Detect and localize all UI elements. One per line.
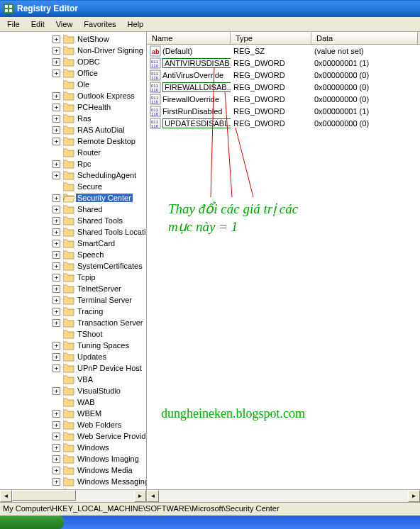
expand-icon[interactable]: + (52, 421, 60, 429)
tree-node[interactable]: +SmartCard (3, 238, 146, 249)
status-path: My Computer\HKEY_LOCAL_MACHINE\SOFTWARE\… (3, 504, 280, 513)
value-row[interactable]: AntiVirusOverrideREG_DWORD0x00000000 (0) (147, 69, 420, 81)
expand-icon[interactable]: + (52, 285, 60, 293)
tree-node[interactable]: +Web Folders (3, 419, 146, 430)
tree-node[interactable]: +Office (3, 67, 146, 79)
menu-help[interactable]: Help (122, 18, 150, 30)
expand-icon[interactable]: + (52, 433, 60, 440)
expand-icon[interactable]: + (52, 217, 60, 225)
expand-icon[interactable]: + (52, 251, 60, 259)
value-list[interactable]: (Default)REG_SZ(value not set)ANTIVIRUSD… (147, 45, 420, 489)
tree-node[interactable]: VBA (3, 374, 146, 385)
expand-icon[interactable]: + (52, 206, 60, 213)
menu-favorites[interactable]: Favorites (78, 18, 121, 30)
expand-icon[interactable]: + (52, 194, 60, 202)
tree-node[interactable]: +Rpc (3, 158, 146, 169)
col-name[interactable]: Name (147, 32, 231, 44)
tree-node[interactable]: +WBEM (3, 408, 146, 419)
expand-icon[interactable]: + (52, 274, 60, 282)
tree-node[interactable]: +UPnP Device Host (3, 362, 146, 374)
menu-file[interactable]: File (1, 18, 26, 30)
tree-node[interactable]: +TelnetServer (3, 283, 146, 294)
tree-node[interactable]: +ODBC (3, 56, 146, 67)
expand-icon[interactable]: + (52, 364, 60, 372)
tree-node[interactable]: +Outlook Express (3, 90, 146, 101)
expand-icon[interactable]: + (52, 104, 60, 111)
tree-node[interactable]: +Web Service Providers (3, 430, 146, 442)
scroll-thumb[interactable] (12, 490, 76, 501)
tree-node[interactable]: +Windows (3, 442, 146, 453)
tree-node[interactable]: +Shared Tools Location (3, 226, 146, 238)
tree-node[interactable]: Router (3, 147, 146, 158)
tree-node[interactable]: +Non-Driver Signing (3, 45, 146, 56)
tree-node[interactable]: Ole (3, 79, 146, 90)
value-row[interactable]: (Default)REG_SZ(value not set) (147, 45, 420, 57)
expand-icon[interactable]: + (52, 455, 60, 463)
tree-node[interactable]: +SystemCertificates (3, 260, 146, 272)
expand-icon[interactable]: + (52, 387, 60, 395)
tree-node[interactable]: +Windows Media (3, 464, 146, 476)
tree-node[interactable]: +VisualStudio (3, 385, 146, 396)
menu-edit[interactable]: Edit (26, 18, 50, 30)
expand-icon[interactable]: + (52, 228, 60, 236)
expand-icon[interactable]: + (52, 410, 60, 418)
scroll-left-button[interactable]: ◄ (147, 490, 159, 502)
registry-tree[interactable]: +NetShow+Non-Driver Signing+ODBC+OfficeO… (0, 32, 146, 489)
value-row[interactable]: ANTIVIRUSDISAB...REG_DWORD0x00000001 (1) (147, 57, 420, 69)
value-row[interactable]: FirstRunDisabledREG_DWORD0x00000001 (1) (147, 105, 420, 117)
tree-node[interactable]: TShoot (3, 328, 146, 340)
expand-icon[interactable]: + (52, 262, 60, 270)
expand-icon[interactable]: + (52, 138, 60, 145)
tree-node[interactable]: +Windows Imaging (3, 453, 146, 464)
expand-icon[interactable]: + (52, 160, 60, 168)
tree-node[interactable]: +Shared (3, 204, 146, 215)
tree-node[interactable]: +Tcpip (3, 272, 146, 283)
expand-icon[interactable]: + (52, 478, 60, 486)
value-row[interactable]: FIREWALLDISAB...REG_DWORD0x00000000 (0) (147, 81, 420, 93)
tree-node[interactable]: +Tracing (3, 306, 146, 317)
tree-hscroll[interactable]: ◄ ► (0, 489, 146, 502)
tree-node[interactable]: Secure (3, 181, 146, 192)
tree-node[interactable]: +Speech (3, 249, 146, 260)
start-button[interactable] (0, 516, 64, 529)
col-type[interactable]: Type (231, 32, 311, 44)
expand-icon[interactable]: + (52, 342, 60, 350)
expand-icon[interactable]: + (52, 35, 60, 43)
tree-node[interactable]: +Windows Messaging (3, 476, 146, 487)
tree-node[interactable]: +Tuning Spaces (3, 340, 146, 351)
expand-icon[interactable]: + (52, 467, 60, 474)
value-row[interactable]: FirewallOverrideREG_DWORD0x00000000 (0) (147, 93, 420, 105)
tree-node[interactable]: +RAS AutoDial (3, 124, 146, 135)
expand-icon[interactable]: + (52, 126, 60, 134)
tree-node[interactable]: +SchedulingAgent (3, 169, 146, 181)
expand-icon[interactable]: + (52, 58, 60, 66)
list-hscroll[interactable]: ◄ ► (147, 489, 420, 502)
expand-icon[interactable]: + (52, 172, 60, 179)
tree-node[interactable]: +Security Center (3, 192, 146, 204)
expand-icon[interactable]: + (52, 47, 60, 55)
menu-view[interactable]: View (50, 18, 79, 30)
expand-icon[interactable]: + (52, 240, 60, 247)
scroll-left-button[interactable]: ◄ (0, 490, 12, 502)
expand-icon[interactable]: + (52, 115, 60, 123)
tree-node[interactable]: +Terminal Server (3, 294, 146, 306)
scroll-right-button[interactable]: ► (408, 490, 420, 502)
expand-icon[interactable]: + (52, 308, 60, 316)
expand-icon[interactable]: + (52, 353, 60, 361)
tree-node[interactable]: +Ras (3, 113, 146, 124)
scroll-right-button[interactable]: ► (134, 490, 146, 502)
expand-icon[interactable]: + (52, 319, 60, 327)
expand-icon[interactable]: + (52, 69, 60, 77)
expand-icon[interactable]: + (52, 296, 60, 304)
tree-node[interactable]: +Transaction Server (3, 317, 146, 328)
expand-icon[interactable]: + (52, 444, 60, 452)
expand-icon[interactable]: + (52, 92, 60, 100)
tree-node[interactable]: +Updates (3, 351, 146, 362)
value-row[interactable]: UPDATESDISABL...REG_DWORD0x00000000 (0) (147, 117, 420, 129)
tree-node[interactable]: +Shared Tools (3, 215, 146, 226)
tree-node[interactable]: +PCHealth (3, 101, 146, 113)
tree-node[interactable]: +NetShow (3, 33, 146, 45)
tree-node[interactable]: WAB (3, 396, 146, 408)
tree-node[interactable]: +Remote Desktop (3, 135, 146, 147)
col-data[interactable]: Data (311, 32, 418, 44)
